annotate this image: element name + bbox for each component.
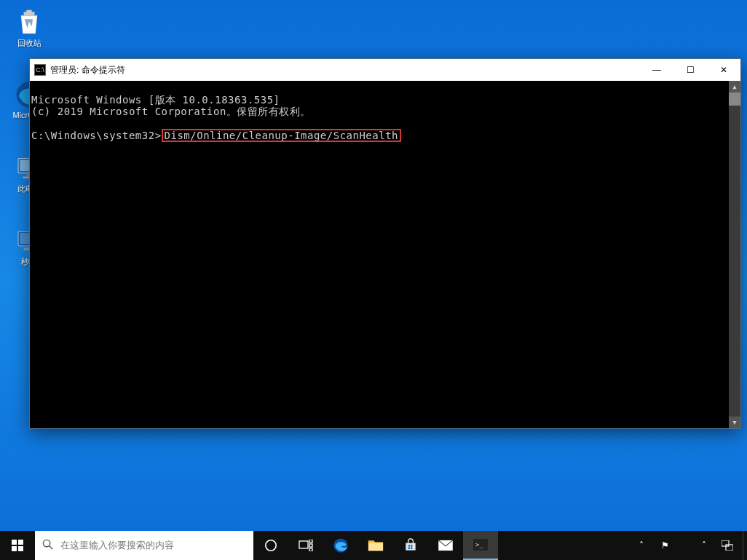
- system-tray: ˄ ⚑ ˄: [631, 531, 743, 560]
- mail-button[interactable]: [428, 531, 463, 560]
- svg-rect-30: [722, 540, 729, 546]
- tray-app-icon[interactable]: ⚑: [654, 531, 676, 560]
- scrollbar[interactable]: ▲ ▼: [729, 81, 740, 428]
- recycle-bin-icon[interactable]: 回收站: [7, 7, 51, 49]
- svg-rect-25: [408, 548, 411, 550]
- trash-icon: [15, 7, 44, 36]
- file-explorer-button[interactable]: [358, 531, 393, 560]
- terminal-body[interactable]: Microsoft Windows [版本 10.0.18363.535](c)…: [30, 81, 740, 428]
- svg-rect-22: [368, 543, 383, 551]
- window-title: 管理员: 命令提示符: [50, 64, 640, 76]
- titlebar[interactable]: C:\ 管理员: 命令提示符 — ☐ ✕: [30, 59, 740, 81]
- cortana-icon: [264, 539, 277, 552]
- icon-label: 回收站: [17, 38, 42, 49]
- svg-rect-20: [309, 548, 312, 551]
- start-button[interactable]: [0, 531, 35, 560]
- network-icon: [722, 540, 733, 551]
- cmd-titlebar-icon: C:\: [34, 64, 46, 76]
- svg-point-16: [266, 540, 276, 551]
- minimize-button[interactable]: —: [640, 59, 673, 81]
- svg-rect-11: [18, 540, 23, 545]
- terminal-prompt-line: C:\Windows\system32>Dism/Online/Cleanup-…: [31, 129, 727, 142]
- svg-rect-18: [309, 540, 312, 543]
- chevron-up-icon: ˄: [702, 540, 706, 551]
- svg-rect-23: [408, 545, 411, 547]
- scrollbar-thumb[interactable]: [729, 92, 740, 106]
- tray-overflow-button[interactable]: ˄: [631, 531, 652, 560]
- tray-overflow-button-2[interactable]: ˄: [693, 531, 715, 560]
- windows-icon: [12, 540, 23, 551]
- search-icon: [42, 539, 53, 552]
- svg-rect-17: [299, 541, 308, 548]
- svg-point-14: [43, 540, 50, 546]
- command-prompt-window: C:\ 管理员: 命令提示符 — ☐ ✕ Microsoft Windows […: [29, 58, 741, 429]
- store-icon: [403, 538, 418, 553]
- svg-rect-19: [309, 544, 312, 547]
- close-button[interactable]: ✕: [707, 59, 740, 81]
- edge-taskbar-button[interactable]: [323, 531, 358, 560]
- store-button[interactable]: [393, 531, 428, 560]
- edge-icon: [333, 537, 349, 553]
- svg-rect-10: [12, 540, 17, 545]
- search-box[interactable]: 在这里输入你要搜索的内容: [35, 531, 253, 560]
- svg-rect-1: [26, 10, 32, 13]
- scroll-down-button[interactable]: ▼: [729, 417, 740, 428]
- svg-rect-31: [726, 545, 733, 551]
- search-placeholder: 在这里输入你要搜索的内容: [60, 539, 174, 552]
- show-desktop-button[interactable]: [743, 531, 747, 560]
- taskbar: 在这里输入你要搜索的内容 >_ ˄ ⚑ ˄: [0, 531, 747, 560]
- flag-icon: ⚑: [661, 540, 669, 551]
- mail-icon: [438, 540, 454, 551]
- terminal-line: (c) 2019 Microsoft Corporation。保留所有权利。: [31, 106, 727, 117]
- window-controls: — ☐ ✕: [640, 59, 740, 81]
- highlighted-command: Dism/Online/Cleanup-Image/ScanHealth: [162, 129, 401, 142]
- svg-rect-24: [411, 545, 413, 547]
- terminal-line: Microsoft Windows [版本 10.0.18363.535]: [31, 94, 727, 106]
- svg-rect-26: [411, 548, 413, 550]
- cmd-icon: >_: [473, 539, 488, 551]
- cmd-taskbar-button[interactable]: >_: [463, 531, 498, 560]
- cortana-button[interactable]: [253, 531, 288, 560]
- task-view-button[interactable]: [288, 531, 323, 560]
- chevron-up-icon: ˄: [639, 540, 644, 551]
- folder-icon: [368, 537, 384, 553]
- prompt-text: C:\Windows\system32>: [31, 130, 162, 141]
- terminal-text: Microsoft Windows [版本 10.0.18363.535](c)…: [30, 81, 729, 167]
- scroll-up-button[interactable]: ▲: [729, 81, 740, 92]
- task-view-icon: [299, 540, 313, 551]
- svg-text:>_: >_: [475, 541, 483, 548]
- tray-network-icon[interactable]: [716, 531, 738, 560]
- svg-line-15: [50, 546, 52, 549]
- maximize-button[interactable]: ☐: [673, 59, 707, 81]
- svg-rect-12: [12, 546, 17, 551]
- svg-rect-13: [18, 546, 23, 551]
